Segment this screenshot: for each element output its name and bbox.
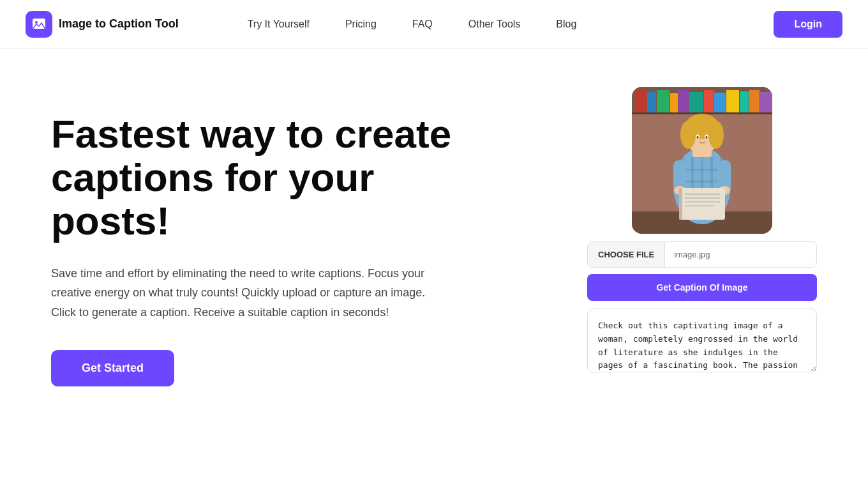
hero-subtext: Save time and effort by eliminating the … [51, 264, 447, 323]
svg-rect-38 [718, 160, 731, 189]
svg-point-1 [35, 21, 38, 24]
get-caption-button[interactable]: Get Caption Of Image [587, 274, 817, 301]
caption-output[interactable]: Check out this captivating image of a wo… [587, 309, 817, 372]
svg-rect-12 [704, 90, 714, 112]
svg-rect-42 [679, 188, 682, 220]
choose-file-button[interactable]: CHOOSE FILE [588, 242, 665, 267]
svg-rect-17 [760, 92, 772, 112]
svg-rect-7 [647, 92, 656, 112]
svg-rect-15 [740, 91, 749, 112]
svg-rect-9 [670, 93, 678, 112]
nav-other-tools[interactable]: Other Tools [451, 0, 539, 49]
logo-text: Image to Caption Tool [59, 17, 179, 31]
svg-rect-13 [714, 93, 726, 112]
nav-blog[interactable]: Blog [538, 0, 594, 49]
demo-image [632, 87, 772, 234]
svg-point-32 [708, 121, 724, 149]
svg-point-36 [706, 136, 708, 139]
svg-rect-14 [726, 90, 739, 112]
nav-faq[interactable]: FAQ [394, 0, 451, 49]
hero-right: CHOOSE FILE image.jpg Get Caption Of Ima… [587, 87, 817, 372]
svg-point-35 [697, 136, 699, 139]
nav-pricing[interactable]: Pricing [327, 0, 394, 49]
svg-rect-8 [657, 90, 670, 112]
get-started-button[interactable]: Get Started [51, 350, 174, 386]
hero-headline: Fastest way to create captions for your … [51, 112, 498, 243]
svg-point-31 [680, 121, 696, 149]
hero-section: Fastest way to create captions for your … [0, 49, 868, 488]
logo-link[interactable]: Image to Caption Tool [26, 11, 179, 38]
svg-rect-41 [679, 188, 725, 220]
svg-rect-11 [689, 92, 703, 112]
nav-try-yourself[interactable]: Try It Yourself [230, 0, 327, 49]
navbar: Image to Caption Tool Try It Yourself Pr… [0, 0, 868, 49]
svg-rect-6 [635, 90, 647, 112]
svg-rect-16 [749, 90, 760, 112]
file-name-display: image.jpg [665, 242, 816, 267]
login-button[interactable]: Login [774, 11, 842, 38]
svg-rect-10 [678, 90, 689, 112]
hero-left: Fastest way to create captions for your … [51, 87, 562, 386]
file-input-row: CHOOSE FILE image.jpg [587, 241, 817, 268]
svg-rect-37 [673, 160, 686, 189]
demo-image-svg [632, 87, 772, 234]
logo-icon [26, 11, 52, 38]
logo-svg [31, 17, 47, 32]
nav-links: Try It Yourself Pricing FAQ Other Tools … [230, 0, 774, 49]
